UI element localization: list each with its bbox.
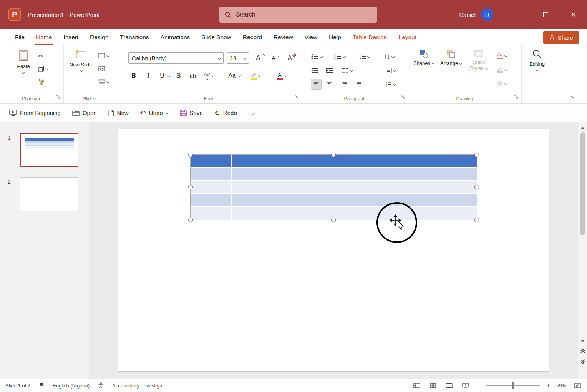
tab-home[interactable]: Home: [30, 29, 58, 45]
minimize-button[interactable]: –: [504, 0, 532, 29]
slide-2-thumbnail[interactable]: [20, 177, 78, 211]
normal-view-button[interactable]: [412, 381, 422, 390]
table-cell[interactable]: [232, 181, 273, 193]
font-dialog-launcher-icon[interactable]: [295, 94, 299, 101]
table-cell[interactable]: [313, 168, 355, 180]
table-cell[interactable]: [191, 181, 232, 193]
table-cell[interactable]: [191, 168, 232, 180]
slide-sorter-view-button[interactable]: [428, 381, 438, 390]
copy-button[interactable]: [38, 64, 48, 74]
table-resize-handle-bottom-left[interactable]: [188, 218, 193, 222]
fit-slide-to-window-button[interactable]: [572, 381, 582, 390]
language-indicator[interactable]: English (Nigeria): [53, 383, 90, 389]
text-highlight-color-button[interactable]: [250, 70, 261, 81]
reading-view-button[interactable]: [444, 381, 454, 390]
tab-animations[interactable]: Animations: [155, 29, 196, 45]
collapse-ribbon-button[interactable]: [572, 93, 574, 100]
undo-button[interactable]: ↶ Undo: [140, 110, 168, 116]
underline-button[interactable]: U: [158, 70, 171, 81]
zoom-slider-thumb[interactable]: [512, 382, 514, 389]
decrease-font-size-button[interactable]: A: [269, 52, 280, 64]
paragraph-dialog-launcher-icon[interactable]: [401, 94, 405, 101]
section-button[interactable]: [98, 77, 109, 87]
align-text-button[interactable]: [386, 65, 396, 75]
table-cell[interactable]: [395, 168, 436, 180]
font-size-combo[interactable]: 18: [227, 52, 249, 64]
editing-button[interactable]: Editing: [525, 49, 549, 71]
table-cell[interactable]: [436, 168, 477, 180]
tab-insert[interactable]: Insert: [58, 29, 84, 45]
table-cell[interactable]: [272, 207, 313, 220]
tab-view[interactable]: View: [299, 29, 323, 45]
slide-show-button[interactable]: [460, 381, 470, 390]
change-case-button[interactable]: Aa: [227, 70, 240, 81]
arrange-button[interactable]: Arrange: [439, 49, 463, 66]
table-resize-handle-top-left[interactable]: [188, 153, 193, 157]
quick-styles-button[interactable]: Quick Styles: [466, 49, 491, 71]
share-button[interactable]: Share: [543, 31, 579, 44]
table-cell[interactable]: [272, 181, 313, 193]
bullets-button[interactable]: [311, 51, 322, 61]
convert-to-smartart-button[interactable]: [386, 79, 396, 89]
table-cell[interactable]: [354, 168, 395, 180]
italic-button[interactable]: I: [144, 70, 153, 81]
table-row[interactable]: [191, 168, 477, 181]
table-cell[interactable]: [191, 194, 232, 206]
format-painter-button[interactable]: [38, 77, 44, 87]
numbering-button[interactable]: 1 2 3: [334, 51, 345, 61]
close-button[interactable]: ✕: [559, 0, 587, 29]
table-cell[interactable]: [395, 181, 436, 193]
slide-1-canvas[interactable]: [118, 129, 549, 372]
table-cell[interactable]: [232, 155, 273, 167]
table-resize-handle-middle-right[interactable]: [474, 185, 479, 189]
increase-font-size-button[interactable]: A: [254, 52, 264, 64]
zoom-in-button[interactable]: +: [546, 382, 550, 389]
tab-record[interactable]: Record: [237, 29, 268, 45]
shape-fill-button[interactable]: [496, 51, 507, 61]
table-cell[interactable]: [191, 155, 232, 167]
slide-1-thumbnail[interactable]: [20, 133, 78, 167]
new-slide-button[interactable]: New Slide: [68, 49, 93, 73]
table-cell[interactable]: [313, 194, 355, 206]
save-button[interactable]: Save: [180, 110, 203, 116]
customize-qat-button[interactable]: [251, 111, 255, 115]
reset-slide-button[interactable]: [98, 64, 105, 74]
maximize-button[interactable]: [532, 0, 559, 29]
table-cell[interactable]: [232, 207, 273, 220]
tab-review[interactable]: Review: [268, 29, 299, 45]
zoom-slider[interactable]: [486, 385, 540, 386]
search-input[interactable]: [236, 11, 371, 18]
slide-indicator[interactable]: Slide 1 of 2: [5, 383, 30, 389]
text-direction-button[interactable]: [384, 51, 394, 61]
table-row[interactable]: [191, 194, 477, 207]
new-button[interactable]: New: [108, 110, 129, 116]
shape-effects-button[interactable]: [496, 78, 507, 88]
redo-button[interactable]: ↻ Redo: [214, 110, 237, 116]
align-right-button[interactable]: [341, 79, 347, 89]
table-cell[interactable]: [272, 168, 313, 180]
table-resize-handle-top-middle[interactable]: [331, 153, 336, 157]
next-slide-button[interactable]: [578, 358, 587, 365]
clipboard-dialog-launcher-icon[interactable]: [56, 94, 61, 101]
table-cell[interactable]: [232, 168, 273, 180]
bold-button[interactable]: B: [129, 70, 138, 81]
clear-formatting-button[interactable]: A: [285, 52, 296, 64]
font-name-combo[interactable]: Calibri (Body): [128, 52, 224, 64]
text-shadow-button[interactable]: S: [174, 70, 183, 81]
table-resize-handle-middle-left[interactable]: [188, 185, 193, 189]
paste-button[interactable]: Paste: [12, 49, 35, 73]
table-cell[interactable]: [436, 207, 477, 220]
scroll-down-button[interactable]: [578, 337, 587, 344]
table-resize-handle-top-right[interactable]: [474, 153, 479, 157]
zoom-level[interactable]: 59%: [556, 383, 566, 389]
open-button[interactable]: Open: [72, 110, 97, 116]
font-color-button[interactable]: A: [277, 70, 287, 81]
from-beginning-button[interactable]: From Beginning: [9, 110, 61, 116]
strikethrough-button[interactable]: ab: [188, 70, 197, 81]
scrollbar-thumb[interactable]: [580, 132, 585, 235]
justify-button[interactable]: [356, 79, 362, 89]
increase-indent-button[interactable]: [326, 65, 333, 75]
columns-button[interactable]: [342, 65, 353, 75]
drawing-dialog-launcher-icon[interactable]: [514, 94, 519, 101]
previous-slide-button[interactable]: [578, 347, 587, 354]
